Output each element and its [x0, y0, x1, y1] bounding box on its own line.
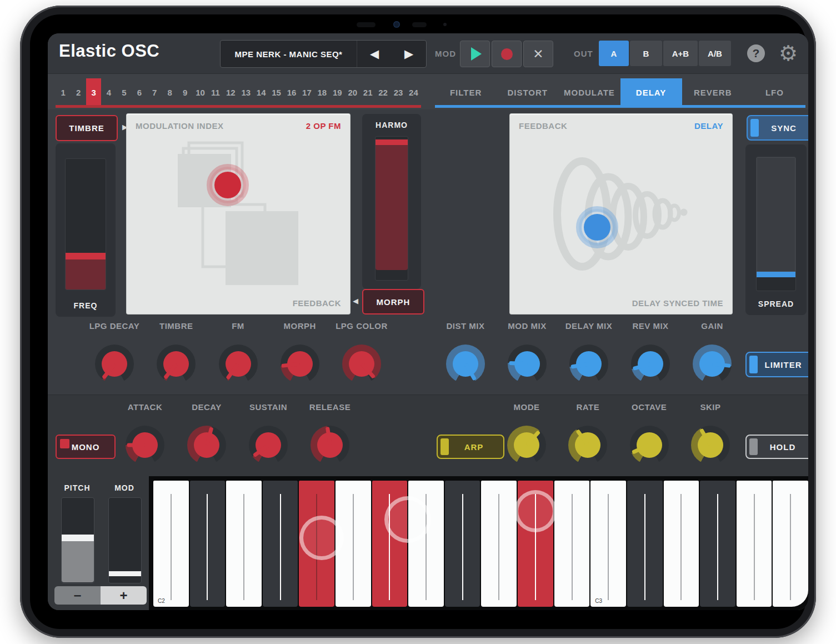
knob-rate[interactable]	[568, 426, 607, 465]
knob-lpg-color[interactable]	[342, 345, 381, 383]
modulation-index-xy-pad[interactable]: MODULATION INDEX 2 OP FM FEEDBACK	[127, 114, 350, 314]
sequencer-step-6[interactable]: 6	[132, 78, 147, 106]
piano-key-Cs3[interactable]	[627, 481, 663, 607]
knob-fm[interactable]	[219, 345, 258, 383]
limiter-button-label: LIMITER	[765, 360, 802, 370]
pitch-slider[interactable]	[61, 497, 94, 583]
knob-gain[interactable]	[693, 345, 732, 383]
sequencer-step-9[interactable]: 9	[177, 78, 192, 106]
sequencer-step-1[interactable]: 1	[56, 78, 71, 106]
sequencer-step-15[interactable]: 15	[269, 78, 284, 106]
piano-key-Ds2[interactable]	[263, 481, 298, 607]
knob-skip[interactable]	[691, 426, 730, 465]
sequencer-step-23[interactable]: 23	[391, 78, 406, 106]
knob-label: ATTACK	[128, 402, 162, 413]
tab-filter[interactable]: FILTER	[435, 78, 497, 106]
sequencer-step-4[interactable]: 4	[101, 78, 116, 106]
help-button[interactable]: ?	[747, 44, 765, 62]
mod-clear-button[interactable]: ✕	[523, 41, 553, 67]
preset-name[interactable]: MPE NERK - MANIC SEQ*	[221, 41, 357, 67]
knob-mode[interactable]	[507, 426, 546, 465]
sequencer-step-5[interactable]: 5	[117, 78, 132, 106]
octave-down-button[interactable]: −	[54, 586, 101, 605]
harmo-slider-handle[interactable]	[376, 139, 408, 145]
piano-key-E3[interactable]	[737, 481, 772, 607]
out-mode-a+b[interactable]: A+B	[663, 41, 698, 66]
tab-distort[interactable]: DISTORT	[497, 78, 558, 106]
tab-lfo[interactable]: LFO	[744, 78, 805, 106]
knob-cap	[698, 432, 723, 458]
tab-modulate[interactable]: MODULATE	[558, 78, 620, 106]
piano-key-A2[interactable]	[481, 481, 517, 607]
piano-key-D3[interactable]	[664, 481, 699, 607]
delay-xy-pad[interactable]: FEEDBACK DELAY DELAY SYNCED TIME	[510, 114, 732, 314]
sequencer-step-21[interactable]: 21	[360, 78, 375, 106]
morph-button[interactable]: MORPH	[362, 289, 424, 314]
freq-slider-handle[interactable]	[66, 253, 106, 259]
sequencer-step-16[interactable]: 16	[284, 78, 299, 106]
pitch-slider-handle[interactable]	[62, 535, 94, 541]
piano-key-Gs2[interactable]	[445, 481, 480, 607]
arp-button[interactable]: ARP	[437, 435, 504, 459]
sequencer-step-3[interactable]: 3	[86, 78, 101, 106]
knob-octave[interactable]	[630, 426, 669, 465]
piano-key-B2[interactable]	[554, 481, 590, 607]
knob-delay-mix[interactable]	[569, 345, 608, 383]
knob-decay[interactable]	[187, 426, 226, 465]
piano-key-C3[interactable]: C3	[590, 481, 626, 607]
knob-release[interactable]	[311, 426, 349, 465]
piano-key-Cs2[interactable]	[190, 481, 226, 607]
settings-button[interactable]: ⚙	[779, 41, 798, 66]
sequencer-step-24[interactable]: 24	[406, 78, 421, 106]
octave-up-button[interactable]: +	[101, 586, 147, 605]
sequencer-step-13[interactable]: 13	[238, 78, 253, 106]
knob-lpg-decay[interactable]	[95, 345, 134, 383]
mod-play-button[interactable]	[460, 41, 490, 67]
hold-button[interactable]: HOLD	[745, 435, 808, 459]
sequencer-step-18[interactable]: 18	[314, 78, 329, 106]
mod-record-button[interactable]	[492, 41, 522, 67]
spread-slider-handle[interactable]	[757, 272, 795, 277]
mod-wheel-slider[interactable]	[108, 497, 142, 583]
knob-timbre[interactable]	[157, 345, 196, 383]
out-mode-a[interactable]: A	[599, 41, 629, 66]
piano-key-C2[interactable]: C2	[153, 481, 189, 607]
key-center-line	[207, 494, 208, 600]
piano-key-Ds3[interactable]	[700, 481, 735, 607]
sequencer-step-19[interactable]: 19	[330, 78, 345, 106]
knob-dist-mix[interactable]	[446, 345, 485, 383]
mod-wheel-handle[interactable]	[109, 571, 141, 576]
harmo-slider-label: HARMO	[362, 121, 421, 129]
tab-delay[interactable]: DELAY	[620, 78, 682, 106]
sequencer-step-10[interactable]: 10	[193, 78, 208, 106]
piano-key-F3[interactable]	[773, 481, 808, 607]
sequencer-step-2[interactable]: 2	[71, 78, 86, 106]
knob-attack[interactable]	[126, 426, 164, 465]
preset-next-icon[interactable]: ▶	[392, 41, 426, 67]
knob-sustain[interactable]	[249, 426, 288, 465]
out-mode-a/b[interactable]: A/B	[699, 41, 731, 66]
preset-prev-icon[interactable]: ◀	[357, 41, 392, 67]
tab-reverb[interactable]: REVERB	[682, 78, 744, 106]
sequencer-step-8[interactable]: 8	[162, 78, 177, 106]
harmo-slider[interactable]	[375, 136, 408, 281]
mono-button[interactable]: MONO	[56, 435, 116, 459]
spread-slider[interactable]	[756, 157, 796, 291]
sync-button[interactable]: SYNC	[747, 115, 808, 141]
knob-rev-mix[interactable]	[631, 345, 670, 383]
limiter-button[interactable]: LIMITER	[745, 352, 808, 377]
piano-key-D2[interactable]	[226, 481, 262, 607]
sequencer-step-11[interactable]: 11	[208, 78, 223, 106]
knob-morph[interactable]	[281, 345, 319, 383]
sequencer-step-17[interactable]: 17	[299, 78, 314, 106]
freq-slider[interactable]	[65, 158, 106, 290]
sequencer-steps: 123456789101112131415161718192021222324	[56, 78, 421, 106]
timbre-button[interactable]: TIMBRE	[56, 115, 118, 141]
sequencer-step-14[interactable]: 14	[253, 78, 268, 106]
knob-mod-mix[interactable]	[508, 345, 547, 383]
sequencer-step-7[interactable]: 7	[147, 78, 162, 106]
sequencer-step-20[interactable]: 20	[345, 78, 360, 106]
sequencer-step-22[interactable]: 22	[376, 78, 391, 106]
sequencer-step-12[interactable]: 12	[223, 78, 238, 106]
out-mode-b[interactable]: B	[630, 41, 662, 66]
